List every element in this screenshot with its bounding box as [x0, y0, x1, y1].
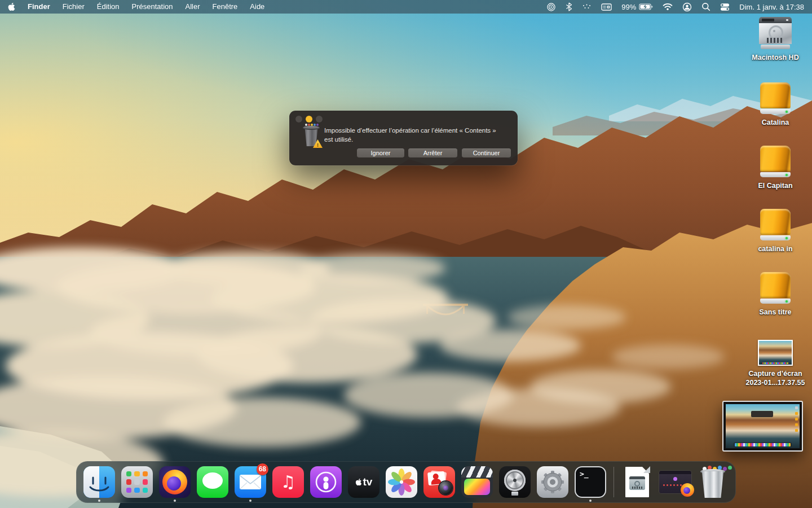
menu-bar-status: 99% [546, 2, 812, 12]
dock-item-mail[interactable]: 68 [235, 466, 266, 498]
photo-booth-icon [423, 466, 455, 498]
dock-item-final-cut-pro[interactable] [461, 466, 493, 498]
trash-warning-icon [303, 125, 320, 146]
bluetooth-icon[interactable] [566, 2, 572, 11]
external-drive-icon [760, 209, 791, 241]
finder-icon [83, 466, 115, 498]
messages-icon [197, 466, 228, 498]
desktop-icon-macintosh-hd[interactable]: Macintosh HD [743, 17, 807, 62]
wifi-icon[interactable] [663, 3, 673, 11]
running-indicator [589, 500, 592, 502]
internal-drive-icon [759, 17, 792, 50]
running-indicator [249, 500, 251, 502]
photos-icon [386, 466, 417, 498]
battery-percent: 99% [621, 3, 636, 11]
finder-alert-dialog: Impossible d’effectuer l’opération car l… [289, 111, 518, 165]
icon-label: Sans titre [760, 308, 792, 317]
apple-icon [8, 2, 15, 11]
dock: 68 ♫ [76, 461, 736, 503]
keyboard-brightness-icon[interactable] [582, 3, 592, 11]
dock-item-firefox[interactable] [159, 466, 191, 498]
mail-unread-badge: 68 [257, 463, 268, 475]
dock-item-music[interactable]: ♫ [272, 466, 304, 498]
desktop-wallpaper [0, 0, 812, 508]
dialog-message: Impossible d’effectuer l’opération car l… [324, 126, 496, 144]
icon-label: catalina in [758, 244, 792, 253]
external-drive-icon [760, 272, 791, 304]
minimized-window-icon [659, 471, 691, 493]
dock-item-finder[interactable] [83, 466, 115, 498]
dock-item-podcasts[interactable] [310, 466, 342, 498]
desktop-icon-capture-ecran[interactable]: Capture d’écran 2023-01...17.37.55 [743, 340, 807, 387]
icon-label: Catalina [762, 118, 789, 127]
dock-item-logic-pro[interactable] [499, 466, 531, 498]
menu-bar: Finder Fichier Édition Présentation Alle… [0, 0, 812, 14]
dock-item-terminal[interactable]: >_ [575, 466, 606, 498]
trash-full-icon [700, 467, 726, 498]
running-indicator [98, 500, 100, 502]
firefox-badge-icon [681, 483, 694, 497]
window-controls [295, 116, 323, 122]
system-preferences-icon [537, 466, 568, 498]
close-button[interactable] [295, 116, 302, 122]
dock-item-trash[interactable] [697, 466, 729, 498]
external-drive-icon [760, 146, 791, 178]
icon-label: Macintosh HD [752, 53, 798, 62]
logic-pro-icon [499, 466, 531, 498]
dock-item-tv[interactable]: tv [348, 466, 379, 498]
apple-menu[interactable] [0, 2, 21, 11]
icon-label: Capture d’écran 2023-01...17.37.55 [746, 369, 805, 387]
keyboard-viewer-icon[interactable] [601, 3, 612, 11]
desktop-icon-el-capitan[interactable]: El Capitan [743, 146, 807, 190]
spotlight-search-icon[interactable] [701, 2, 710, 11]
menu-bar-clock[interactable]: Dim. 1 janv. à 17:38 [739, 3, 804, 11]
menu-aller[interactable]: Aller [179, 0, 206, 14]
minimize-button[interactable] [306, 116, 312, 122]
menu-fichier[interactable]: Fichier [56, 0, 91, 14]
dock-item-system-preferences[interactable] [537, 466, 568, 498]
tv-icon: tv [348, 466, 379, 498]
dock-item-photo-booth[interactable] [423, 466, 455, 498]
screen-mirroring-icon[interactable] [546, 2, 556, 12]
menu-edition[interactable]: Édition [91, 0, 126, 14]
ignore-button[interactable]: Ignorer [357, 148, 404, 157]
screenshot-file-icon [758, 340, 793, 366]
desktop-icon-catalina[interactable]: Catalina [743, 82, 807, 127]
battery-icon [639, 2, 653, 11]
continue-button[interactable]: Continuer [462, 148, 511, 157]
stop-button[interactable]: Arrêter [408, 148, 457, 157]
battery-status[interactable]: 99% [621, 2, 653, 11]
final-cut-pro-icon [461, 466, 493, 498]
podcasts-icon [310, 466, 342, 498]
icon-label: El Capitan [758, 181, 792, 190]
screenshot-preview-thumbnail[interactable] [722, 401, 803, 452]
terminal-icon: >_ [575, 466, 606, 498]
launchpad-icon [121, 466, 153, 498]
zoom-button[interactable] [316, 116, 323, 122]
desktop-icon-sans-titre[interactable]: Sans titre [743, 272, 807, 317]
music-icon: ♫ [272, 466, 304, 498]
dock-separator [614, 467, 614, 497]
dock-item-minimized-firefox-window[interactable] [659, 466, 691, 498]
dock-item-disk-image-document[interactable] [621, 466, 653, 498]
menu-presentation[interactable]: Présentation [126, 0, 179, 14]
external-drive-icon [760, 82, 791, 115]
dock-item-photos[interactable] [386, 466, 417, 498]
user-account-icon[interactable] [682, 2, 692, 12]
menu-finder[interactable]: Finder [21, 0, 56, 14]
menu-fenetre[interactable]: Fenêtre [206, 0, 244, 14]
screenshot-preview-image [726, 404, 800, 448]
running-indicator [174, 500, 176, 502]
firefox-icon [159, 466, 191, 498]
dock-item-launchpad[interactable] [121, 466, 153, 498]
dock-item-messages[interactable] [197, 466, 228, 498]
desktop: Finder Fichier Édition Présentation Alle… [0, 0, 812, 508]
desktop-icon-catalina-in[interactable]: catalina in [743, 209, 807, 253]
control-center-icon[interactable] [720, 2, 730, 12]
menu-aide[interactable]: Aide [244, 0, 271, 14]
